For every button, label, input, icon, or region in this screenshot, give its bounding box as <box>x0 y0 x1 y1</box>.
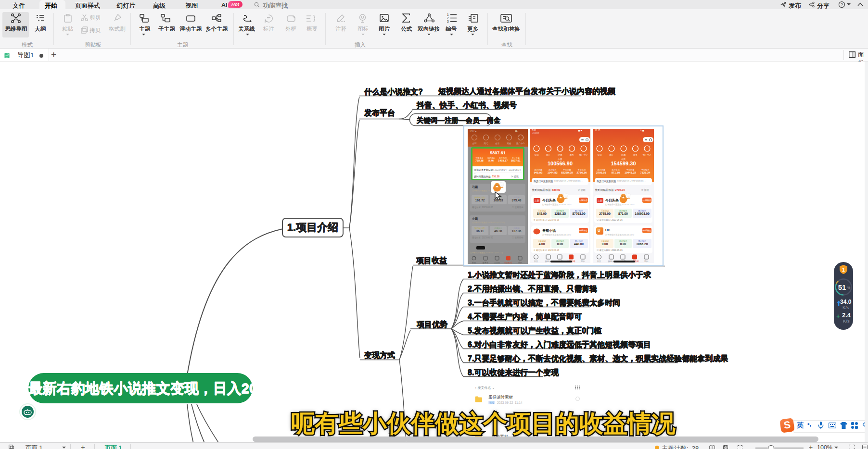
svg-text:生活: 生活 <box>496 142 500 145</box>
svg-text:小说库: 小说库 <box>494 262 500 264</box>
svg-text:结算数据: 结算数据 <box>504 262 513 264</box>
svg-text:商务: 商务 <box>633 153 638 156</box>
svg-text:全部: 全部 <box>597 153 602 157</box>
svg-text:商汇: 商汇 <box>484 142 489 145</box>
svg-text:首页: 首页 <box>597 260 601 262</box>
svg-text:结算: 结算 <box>621 154 626 157</box>
svg-text:商汇: 商汇 <box>546 153 551 156</box>
svg-text:推广中心: 推广中心 <box>579 153 587 156</box>
svg-text:首页: 首页 <box>472 262 476 264</box>
svg-text:推广中心: 推广中心 <box>516 142 525 145</box>
svg-text:我的: 我的 <box>581 260 585 262</box>
svg-text:1: 1 <box>842 267 845 273</box>
svg-text:全部: 全部 <box>534 153 539 157</box>
svg-text:商务: 商务 <box>570 153 574 156</box>
svg-text:结算: 结算 <box>558 154 562 157</box>
svg-text:商汇: 商汇 <box>609 153 614 156</box>
svg-text:我的: 我的 <box>518 262 522 264</box>
svg-text:我的: 我的 <box>644 260 649 262</box>
svg-text:商务: 商务 <box>507 142 512 145</box>
svg-text:首页: 首页 <box>534 260 538 262</box>
svg-text:2: 2 <box>447 16 449 20</box>
svg-text:全部: 全部 <box>472 142 477 145</box>
svg-text:推广中心: 推广中心 <box>642 153 651 156</box>
svg-text:3: 3 <box>447 20 449 23</box>
svg-text:接单台: 接单台 <box>482 262 489 264</box>
svg-text:?: ? <box>841 2 843 7</box>
